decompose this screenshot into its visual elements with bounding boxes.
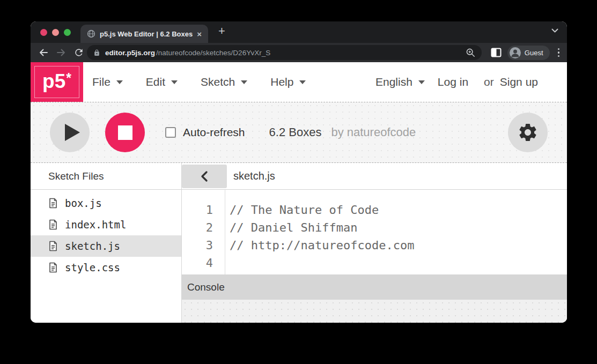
code-line: // http://natureofcode.com: [230, 236, 567, 254]
file-name: sketch.js: [65, 240, 120, 252]
menu-sketch[interactable]: Sketch: [201, 76, 247, 88]
file-list: box.js index.html sket: [31, 190, 181, 278]
code-lines[interactable]: // The Nature of Code // Daniel Shiffman…: [225, 190, 567, 274]
sketch-title: 6.2 Boxes: [269, 125, 322, 139]
chevron-down-icon: [116, 80, 123, 84]
tab-search-chevron-icon[interactable]: [551, 28, 558, 33]
ide-content: Sketch Files box.js inde: [31, 163, 567, 323]
console-output: [182, 300, 567, 323]
sketch-owner: natureofcode: [347, 125, 416, 139]
zoom-icon[interactable]: [466, 48, 475, 57]
line-number: 1: [182, 201, 225, 219]
forward-icon[interactable]: [56, 47, 67, 58]
line-number-gutter: 1 2 3 4: [182, 190, 225, 274]
open-file-tab[interactable]: sketch.js: [233, 170, 275, 182]
file-item-sketch-js[interactable]: sketch.js: [31, 235, 181, 257]
console-title: Console: [187, 281, 225, 293]
file-icon: [48, 219, 58, 230]
file-icon: [48, 198, 58, 209]
line-number: 2: [182, 219, 225, 236]
back-icon[interactable]: [38, 47, 49, 58]
gear-icon: [517, 122, 539, 143]
line-number: 3: [182, 236, 225, 254]
auto-refresh-label[interactable]: Auto-refresh: [183, 126, 245, 139]
side-panel-icon[interactable]: [491, 48, 502, 57]
code-line: // The Nature of Code: [230, 201, 567, 219]
signup-link[interactable]: Sign up: [500, 76, 538, 88]
p5-logo[interactable]: p5*: [31, 62, 83, 102]
profile-button[interactable]: Guest: [507, 46, 550, 60]
run-toolbar: Auto-refresh 6.2 Boxes by natureofcode: [31, 102, 567, 163]
person-icon: [510, 47, 521, 58]
file-name: box.js: [65, 197, 102, 209]
sketch-files-sidebar: Sketch Files box.js inde: [31, 163, 182, 323]
file-icon: [48, 262, 58, 273]
menu-help[interactable]: Help: [270, 76, 306, 88]
stop-icon: [118, 125, 132, 140]
browser-tab-strip: p5.js Web Editor | 6.2 Boxes × +: [31, 21, 567, 43]
play-icon: [65, 124, 80, 141]
tab-close-icon[interactable]: ×: [197, 30, 202, 38]
header-right-menu: English Log in or Sign up: [375, 62, 567, 102]
chevron-left-icon: [198, 170, 210, 183]
by-label: by: [331, 125, 343, 139]
auto-refresh-checkbox[interactable]: [165, 127, 176, 138]
chevron-down-icon: [418, 80, 425, 84]
profile-name: Guest: [525, 49, 543, 57]
file-item-style-css[interactable]: style.css: [31, 257, 181, 278]
zoom-window-button[interactable]: [64, 29, 71, 36]
menu-bar: File Edit Sketch Help: [92, 62, 306, 102]
file-name: index.html: [65, 219, 126, 231]
browser-right-controls: Guest: [491, 43, 562, 62]
file-name: style.css: [65, 262, 120, 273]
code-line: [230, 254, 567, 272]
login-link[interactable]: Log in: [438, 76, 468, 88]
menu-edit[interactable]: Edit: [146, 76, 178, 88]
line-number: 4: [182, 254, 225, 272]
chevron-down-icon: [299, 80, 306, 84]
browser-menu-icon[interactable]: [556, 48, 562, 57]
chevron-down-icon: [171, 80, 178, 84]
browser-tab[interactable]: p5.js Web Editor | 6.2 Boxes ×: [80, 25, 208, 43]
tab-title: p5.js Web Editor | 6.2 Boxes: [100, 30, 193, 38]
globe-favicon-icon: [87, 29, 95, 38]
browser-window: p5.js Web Editor | 6.2 Boxes × + editor.…: [31, 21, 567, 323]
menu-file[interactable]: File: [92, 76, 123, 88]
new-tab-button[interactable]: +: [218, 24, 225, 38]
browser-url-bar: editor.p5js.org /natureofcode/sketches/D…: [31, 43, 567, 62]
p5-site-header: p5* File Edit Sketch Help English: [31, 62, 567, 102]
close-window-button[interactable]: [40, 29, 47, 36]
settings-button[interactable]: [508, 113, 548, 152]
sidebar-title: Sketch Files: [31, 163, 181, 190]
code-line: // Daniel Shiffman: [230, 219, 567, 236]
url-domain: editor.p5js.org: [105, 49, 155, 57]
stop-button[interactable]: [105, 113, 145, 152]
play-button[interactable]: [50, 113, 90, 152]
editor-column: sketch.js 1 2 3 4 // The Nature of Code …: [182, 163, 567, 323]
p5-logo-frame: [34, 66, 79, 98]
or-label: or: [484, 76, 494, 88]
file-item-index-html[interactable]: index.html: [31, 214, 181, 235]
language-selector[interactable]: English: [375, 76, 425, 88]
lock-icon: [93, 49, 100, 56]
file-item-box-js[interactable]: box.js: [31, 192, 181, 214]
code-editor[interactable]: 1 2 3 4 // The Nature of Code // Daniel …: [182, 190, 567, 274]
collapse-sidebar-button[interactable]: [182, 165, 227, 188]
editor-tab-row: sketch.js: [182, 163, 567, 190]
file-icon: [48, 241, 58, 251]
console-header[interactable]: Console: [182, 274, 567, 300]
reload-icon[interactable]: [73, 47, 84, 58]
url-path: /natureofcode/sketches/D26YvXr_S: [156, 49, 270, 57]
address-bar[interactable]: editor.p5js.org /natureofcode/sketches/D…: [87, 45, 482, 60]
window-controls: [40, 29, 71, 36]
avatar: [510, 47, 521, 58]
chevron-down-icon: [241, 80, 247, 84]
minimize-window-button[interactable]: [52, 29, 59, 36]
